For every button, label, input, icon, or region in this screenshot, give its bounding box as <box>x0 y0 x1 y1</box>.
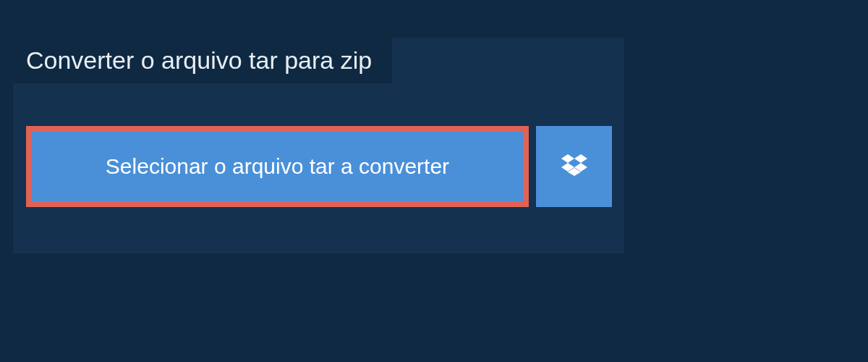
select-file-button[interactable]: Selecionar o arquivo tar a converter <box>26 126 529 207</box>
panel-title: Converter o arquivo tar para zip <box>26 46 372 74</box>
button-row: Selecionar o arquivo tar a converter <box>26 126 612 207</box>
dropbox-button[interactable] <box>536 126 612 207</box>
dropbox-icon <box>561 152 587 181</box>
panel-title-tab: Converter o arquivo tar para zip <box>13 38 392 83</box>
converter-panel: Converter o arquivo tar para zip Selecio… <box>13 38 624 253</box>
select-file-label: Selecionar o arquivo tar a converter <box>106 154 449 179</box>
